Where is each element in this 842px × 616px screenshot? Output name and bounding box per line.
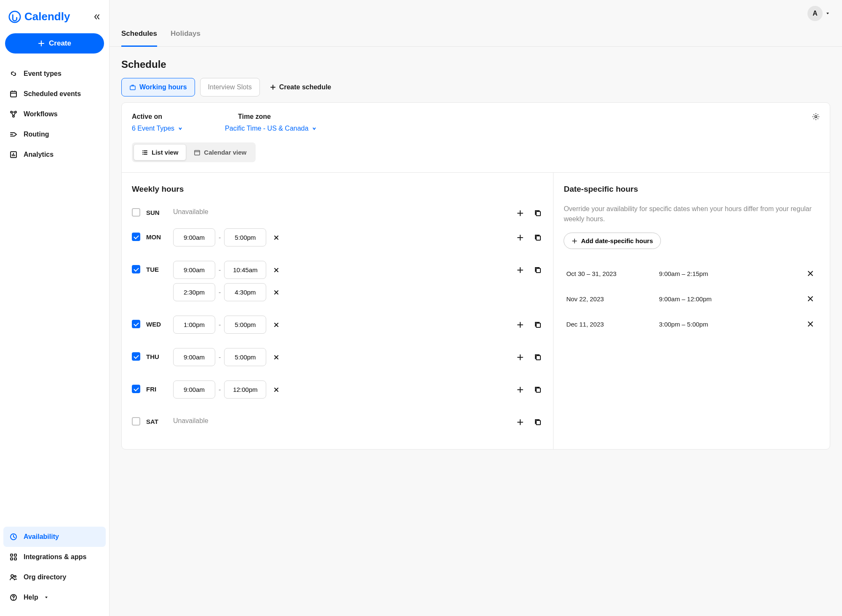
add-interval-button[interactable]	[515, 417, 525, 427]
remove-interval-button[interactable]	[270, 383, 283, 396]
date-specific-section: Date-specific hours Override your availa…	[553, 173, 830, 449]
day-checkbox[interactable]	[132, 208, 140, 217]
nav-routing[interactable]: Routing	[3, 124, 106, 145]
nav-label: Scheduled events	[24, 90, 81, 98]
day-name: THU	[146, 353, 159, 360]
close-icon	[273, 267, 279, 273]
end-time-input[interactable]	[224, 228, 266, 246]
add-interval-button[interactable]	[515, 320, 525, 330]
day-checkbox[interactable]	[132, 417, 140, 426]
remove-interval-button[interactable]	[270, 263, 283, 277]
day-checkbox[interactable]	[132, 233, 140, 241]
nav-scheduled-events[interactable]: Scheduled events	[3, 84, 106, 104]
calendar-icon	[194, 149, 200, 156]
start-time-input[interactable]	[173, 283, 215, 301]
nav-org-directory[interactable]: Org directory	[3, 567, 106, 587]
add-interval-button[interactable]	[515, 385, 525, 395]
nav-availability[interactable]: Availability	[3, 527, 106, 547]
svg-point-2	[11, 111, 12, 113]
nav-workflows[interactable]: Workflows	[3, 104, 106, 124]
copy-day-button[interactable]	[533, 417, 543, 427]
chevron-down-icon	[178, 126, 183, 131]
add-interval-button[interactable]	[515, 233, 525, 243]
tab-holidays[interactable]: Holidays	[171, 21, 200, 46]
caret-down-icon[interactable]	[825, 11, 830, 16]
link-icon	[9, 70, 18, 78]
chevron-double-left-icon	[93, 13, 101, 21]
hours-range: 9:00am – 2:15pm	[659, 270, 804, 277]
nav-integrations[interactable]: Integrations & apps	[3, 547, 106, 567]
caret-down-icon	[44, 595, 48, 600]
start-time-input[interactable]	[173, 228, 215, 246]
start-time-input[interactable]	[173, 348, 215, 366]
remove-date-button[interactable]	[804, 317, 817, 331]
settings-button[interactable]	[812, 113, 820, 121]
end-time-input[interactable]	[224, 261, 266, 279]
brand-logo[interactable]: Calendly	[8, 10, 70, 23]
copy-day-button[interactable]	[533, 320, 543, 330]
nav-label: Availability	[24, 533, 59, 541]
copy-day-button[interactable]	[533, 208, 543, 218]
active-event-types-dropdown[interactable]: 6 Event Types	[132, 125, 183, 132]
remove-date-button[interactable]	[804, 267, 817, 280]
svg-rect-10	[14, 558, 16, 560]
day-checkbox[interactable]	[132, 265, 140, 273]
active-on-label: Active on	[132, 113, 162, 121]
close-icon	[273, 289, 279, 295]
remove-interval-button[interactable]	[270, 351, 283, 364]
nav-help[interactable]: Help	[3, 587, 106, 608]
add-interval-button[interactable]	[515, 352, 525, 362]
day-checkbox[interactable]	[132, 385, 140, 393]
nav-analytics[interactable]: Analytics	[3, 145, 106, 165]
end-time-input[interactable]	[224, 348, 266, 366]
calendar-icon	[9, 90, 18, 98]
create-button[interactable]: Create	[5, 33, 104, 54]
nav-event-types[interactable]: Event types	[3, 64, 106, 84]
close-icon	[807, 295, 814, 302]
schedule-tab-working-hours[interactable]: Working hours	[121, 78, 195, 96]
create-schedule-button[interactable]: Create schedule	[265, 78, 337, 96]
remove-interval-button[interactable]	[270, 286, 283, 299]
close-icon	[273, 322, 279, 328]
end-time-input[interactable]	[224, 283, 266, 301]
end-time-input[interactable]	[224, 380, 266, 399]
plus-icon	[517, 354, 524, 361]
plus-icon	[517, 210, 524, 217]
copy-day-button[interactable]	[533, 233, 543, 243]
collapse-sidebar-button[interactable]	[93, 13, 101, 21]
calendar-view-button[interactable]: Calendar view	[186, 144, 254, 161]
day-checkbox[interactable]	[132, 352, 140, 361]
copy-day-button[interactable]	[533, 352, 543, 362]
copy-day-button[interactable]	[533, 385, 543, 395]
remove-interval-button[interactable]	[270, 231, 283, 244]
end-time-input[interactable]	[224, 316, 266, 334]
copy-day-button[interactable]	[533, 265, 543, 275]
nav-label: Routing	[24, 131, 49, 138]
add-interval-button[interactable]	[515, 208, 525, 218]
copy-icon	[534, 354, 542, 361]
start-time-input[interactable]	[173, 380, 215, 399]
svg-point-3	[15, 111, 16, 113]
brand-name: Calendly	[24, 10, 70, 23]
weekly-hours-title: Weekly hours	[132, 185, 543, 194]
start-time-input[interactable]	[173, 261, 215, 279]
briefcase-icon	[129, 84, 136, 91]
nav-label: Integrations & apps	[24, 553, 86, 561]
copy-icon	[534, 266, 542, 274]
tab-schedules[interactable]: Schedules	[121, 21, 157, 46]
close-icon	[807, 321, 814, 327]
workflow-icon	[9, 110, 18, 118]
add-interval-button[interactable]	[515, 265, 525, 275]
remove-date-button[interactable]	[804, 292, 817, 305]
day-checkbox[interactable]	[132, 320, 140, 328]
user-avatar[interactable]: A	[807, 6, 823, 21]
day-name: SAT	[146, 418, 158, 425]
remove-interval-button[interactable]	[270, 318, 283, 332]
day-row: SUNUnavailable	[132, 204, 543, 218]
list-view-button[interactable]: List view	[134, 144, 186, 161]
schedule-tab-interview-slots[interactable]: Interview Slots	[200, 78, 260, 96]
start-time-input[interactable]	[173, 316, 215, 334]
timezone-dropdown[interactable]: Pacific Time - US & Canada	[225, 125, 317, 132]
plus-icon	[517, 267, 524, 273]
add-date-specific-button[interactable]: Add date-specific hours	[564, 233, 661, 249]
